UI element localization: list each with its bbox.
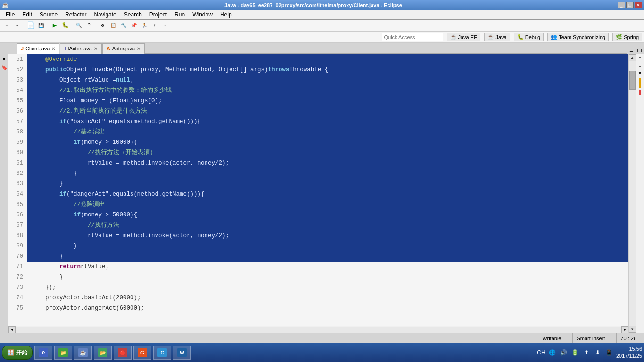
tab-iactor-java[interactable]: I IActor.java ✕	[60, 43, 101, 54]
code-line-71: return rtValue;	[27, 262, 628, 272]
tray-lang[interactable]: CH	[537, 348, 545, 357]
code-content[interactable]: @Override public Object invoke(Object pr…	[27, 54, 628, 326]
toolbar-separator-4	[96, 21, 96, 30]
taskbar-app-eclipse[interactable]: e	[34, 346, 52, 360]
tray-volume[interactable]: 🔊	[560, 348, 568, 357]
quick-access-input[interactable]	[382, 33, 443, 41]
tray-network[interactable]: 🌐	[548, 348, 557, 357]
close-client-java[interactable]: ✕	[51, 46, 55, 51]
fold-icon[interactable]: ⊟	[637, 55, 644, 62]
annotation-nav-icon[interactable]: ▼	[637, 70, 644, 77]
annotation-icon-1	[639, 78, 641, 88]
system-clock[interactable]: 15:56 2017/11/25	[616, 346, 642, 360]
menu-refactor[interactable]: Refactor	[61, 10, 90, 19]
toolbar-btn-2[interactable]: 📋	[108, 21, 118, 30]
toolbar-btn-3[interactable]: 🔧	[119, 21, 128, 30]
code-area[interactable]: 51 52 53 54 55 56 57 58 59 60 61 62 63 6…	[8, 54, 628, 326]
perspective-spring[interactable]: 🌿 Spring	[612, 33, 642, 41]
code-line-58: //基本演出	[27, 127, 628, 137]
tray-battery[interactable]: 🔋	[571, 348, 579, 357]
taskbar-app-g[interactable]: G	[133, 346, 151, 360]
taskbar-app-c[interactable]: C	[153, 346, 171, 360]
app4-taskbar-icon: 🔴	[118, 348, 127, 357]
scroll-up-button[interactable]: ▲	[629, 54, 636, 61]
menu-run[interactable]: Run	[171, 10, 189, 19]
iactor-label: IActor.java	[68, 46, 92, 51]
tray-down[interactable]: ⬇	[594, 348, 602, 357]
horizontal-scrollbar[interactable]: ◀ ▶	[8, 326, 628, 333]
close-actor-java[interactable]: ✕	[137, 46, 140, 51]
close-iactor-java[interactable]: ✕	[94, 46, 98, 51]
toolbar-btn-1[interactable]: ⚙	[98, 21, 107, 30]
back-button[interactable]: ⬅	[2, 21, 11, 30]
maximize-button[interactable]: □	[626, 2, 634, 8]
close-button[interactable]: ✕	[635, 2, 642, 8]
menu-window[interactable]: Window	[189, 10, 216, 19]
code-line-70: }	[27, 251, 628, 262]
menu-edit[interactable]: Edit	[18, 10, 36, 19]
menu-search[interactable]: Search	[120, 10, 146, 19]
start-button[interactable]: 🪟 开始	[2, 346, 33, 360]
run-button[interactable]: ▶	[50, 21, 59, 30]
tab-minimize-button[interactable]: 🗕	[627, 48, 636, 54]
taskbar-app-fm[interactable]: 📁	[54, 346, 72, 360]
code-line-53: Object rtValue = null;	[27, 75, 628, 85]
search-button[interactable]: 🔍	[74, 21, 83, 30]
tab-actor-java[interactable]: A Actor.java ✕	[102, 43, 145, 54]
iactor-icon: I	[64, 46, 66, 51]
insert-mode-status: Smart Insert	[572, 333, 609, 343]
perspective-team-sync[interactable]: 👥 Team Synchronizing	[547, 33, 609, 41]
toolbar-btn-6[interactable]: ⬆	[150, 21, 159, 30]
menu-project[interactable]: Project	[146, 10, 171, 19]
taskbar-app-java[interactable]: ☕	[74, 346, 92, 360]
app: ☕ Java - day65_ee287_02proxy/src/com/ith…	[0, 0, 644, 362]
tab-client-java[interactable]: J Client.java ✕	[17, 43, 59, 54]
code-line-69: }	[27, 241, 628, 251]
actor-icon: A	[107, 46, 110, 51]
vscroll-thumb[interactable]	[629, 71, 636, 90]
taskbar-app-3[interactable]: 📂	[94, 346, 112, 360]
debug-button[interactable]: 🐛	[60, 21, 70, 30]
perspective-debug[interactable]: 🐛 Debug	[514, 33, 544, 41]
outline-panel: ● 🔖	[0, 54, 8, 333]
taskbar-app-w[interactable]: W	[173, 346, 191, 360]
appw-taskbar-icon: W	[177, 348, 187, 357]
team-sync-label: Team Synchronizing	[559, 34, 605, 40]
start-icon: 🪟	[7, 349, 14, 356]
vscroll-track[interactable]	[629, 61, 636, 326]
menu-source[interactable]: Source	[36, 10, 61, 19]
tray-up[interactable]: ⬆	[582, 348, 591, 357]
java-icon: ☕	[487, 34, 494, 40]
toolbar-separator-2	[48, 21, 48, 30]
debug-icon: 🐛	[517, 34, 524, 40]
forward-button[interactable]: ➡	[12, 21, 22, 30]
help-button[interactable]: ?	[84, 21, 94, 30]
taskbar-app-4[interactable]: 🔴	[114, 346, 132, 360]
new-button[interactable]: 📄	[26, 21, 35, 30]
code-line-66: if(money > 50000){	[27, 210, 628, 220]
spring-icon: 🌿	[616, 34, 622, 40]
scroll-right-button[interactable]: ▶	[621, 326, 628, 333]
menu-help[interactable]: Help	[216, 10, 236, 19]
toolbar-btn-4[interactable]: 📌	[129, 21, 139, 30]
toolbar-btn-7[interactable]: ⬇	[160, 21, 170, 30]
tab-maximize-button[interactable]: 🗖	[636, 48, 644, 54]
vertical-scrollbar[interactable]: ▲ ▼	[628, 54, 636, 333]
java-ee-label: Java EE	[458, 34, 478, 40]
code-line-62: }	[27, 168, 628, 179]
code-line-55: Float money = (Float)args[0];	[27, 96, 628, 106]
tray-apps[interactable]: 📱	[605, 348, 613, 357]
scroll-down-button[interactable]: ▼	[629, 326, 636, 333]
main-layout: ● 🔖 51 52 53 54 55 56 57 58	[0, 54, 644, 333]
save-button[interactable]: 💾	[36, 21, 46, 30]
perspective-java-ee[interactable]: ☕ Java EE	[447, 33, 481, 41]
menu-navigate[interactable]: Navigate	[90, 10, 120, 19]
hscroll-track[interactable]	[16, 327, 621, 333]
perspective-java[interactable]: ☕ Java	[484, 33, 510, 41]
expand-icon[interactable]: ⊞	[637, 63, 644, 69]
minimize-button[interactable]: _	[618, 2, 625, 8]
start-label: 开始	[16, 349, 27, 357]
toolbar-btn-5[interactable]: 🏃	[140, 21, 149, 30]
menu-file[interactable]: File	[2, 10, 18, 19]
scroll-left-button[interactable]: ◀	[8, 326, 16, 333]
